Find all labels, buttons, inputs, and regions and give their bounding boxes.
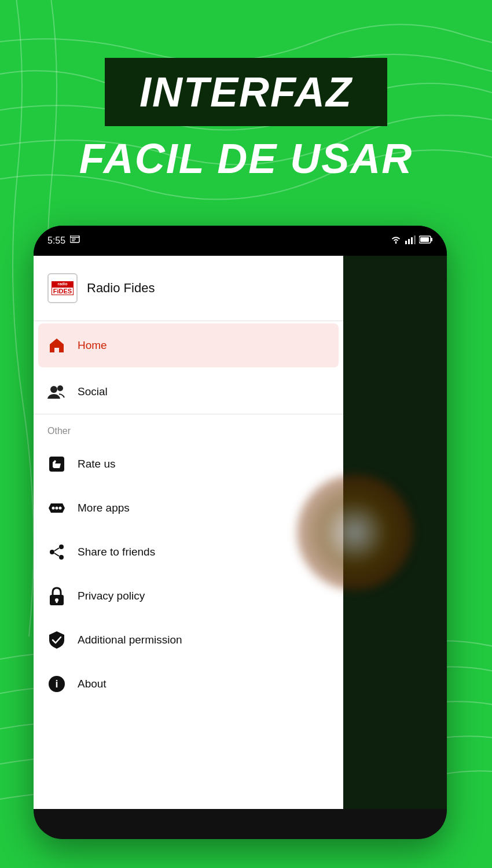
- status-right: [390, 235, 433, 247]
- social-label: Social: [78, 385, 108, 398]
- status-bar: 5:55: [34, 226, 447, 256]
- side-panel: [343, 256, 447, 809]
- permission-icon: [47, 631, 66, 649]
- title-line2: FACIL DE USAR: [35, 135, 457, 182]
- notification-icon: [70, 236, 80, 246]
- svg-point-16: [59, 507, 62, 510]
- status-left: 5:55: [47, 236, 80, 246]
- wifi-icon: [390, 235, 402, 247]
- signal-icon: [405, 235, 416, 247]
- svg-rect-6: [411, 237, 413, 244]
- share-label: Share to friends: [78, 546, 155, 558]
- svg-rect-4: [405, 241, 407, 244]
- privacy-label: Privacy policy: [78, 590, 145, 602]
- blurred-circle-decoration: [297, 475, 413, 590]
- privacy-icon: [47, 587, 66, 605]
- home-icon: [47, 336, 66, 355]
- svg-rect-7: [414, 236, 416, 244]
- app-logo: radio FiDES: [47, 273, 78, 303]
- nav-item-home[interactable]: Home: [38, 323, 339, 367]
- permission-label: Additional permission: [78, 634, 182, 646]
- svg-point-19: [59, 555, 64, 560]
- more-apps-label: More apps: [78, 502, 130, 514]
- svg-point-14: [52, 507, 55, 510]
- svg-line-21: [54, 553, 59, 556]
- nav-item-rate-us[interactable]: Rate us: [34, 442, 343, 486]
- svg-point-11: [50, 386, 57, 393]
- svg-rect-10: [420, 237, 429, 242]
- svg-point-12: [57, 385, 63, 391]
- nav-item-social[interactable]: Social: [34, 370, 343, 414]
- rate-us-icon: [47, 455, 66, 473]
- battery-icon: [419, 236, 433, 246]
- about-label: About: [78, 678, 107, 690]
- share-icon: [47, 543, 66, 561]
- nav-item-more-apps[interactable]: More apps: [34, 486, 343, 530]
- nav-item-permission[interactable]: Additional permission: [34, 618, 343, 662]
- svg-point-15: [56, 507, 58, 510]
- other-section-label: Other: [34, 414, 343, 442]
- nav-item-about[interactable]: i About: [34, 662, 343, 706]
- svg-rect-24: [56, 601, 58, 603]
- svg-text:i: i: [55, 678, 58, 690]
- svg-point-18: [50, 550, 54, 554]
- time-display: 5:55: [47, 236, 65, 246]
- social-icon: [47, 382, 66, 401]
- svg-line-20: [54, 548, 59, 551]
- phone-mockup: 5:55: [34, 226, 447, 839]
- app-name: Radio Fides: [87, 281, 155, 296]
- home-label: Home: [78, 339, 107, 352]
- nav-item-privacy[interactable]: Privacy policy: [34, 574, 343, 618]
- rate-us-label: Rate us: [78, 458, 115, 470]
- title-line1: INTERFAZ: [139, 68, 353, 116]
- svg-rect-5: [408, 239, 410, 244]
- about-icon: i: [47, 675, 66, 693]
- divider-1: [34, 321, 343, 321]
- title-box: INTERFAZ: [105, 58, 387, 126]
- app-header: radio FiDES Radio Fides: [34, 256, 343, 321]
- svg-rect-9: [431, 238, 432, 241]
- header-section: INTERFAZ FACIL DE USAR: [0, 58, 492, 182]
- svg-point-17: [59, 545, 64, 549]
- more-apps-icon: [47, 499, 66, 517]
